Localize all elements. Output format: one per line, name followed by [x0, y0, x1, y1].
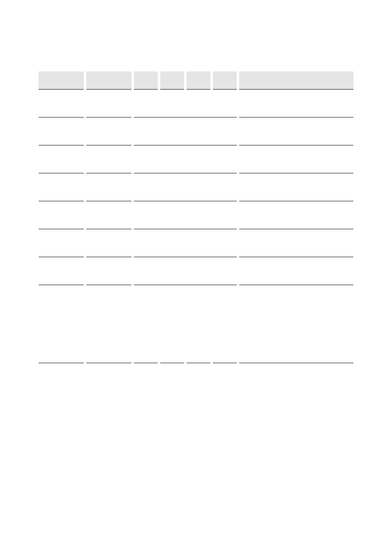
table-cell — [239, 285, 353, 363]
table-cell — [213, 363, 237, 439]
table-cell — [86, 145, 131, 173]
table-cell — [134, 173, 237, 201]
table-cell — [187, 285, 210, 363]
table-cell — [187, 363, 210, 439]
table-cell — [39, 145, 84, 173]
table-cell — [134, 90, 237, 117]
table-row — [39, 173, 353, 201]
table-header-cell — [187, 71, 210, 90]
page — [0, 0, 392, 555]
table-cell — [239, 117, 353, 145]
table-cell — [86, 90, 131, 117]
table-cell — [39, 201, 84, 229]
table-row — [39, 201, 353, 229]
table-cell — [134, 363, 158, 439]
table-cell — [39, 229, 84, 257]
table-header-row — [39, 71, 353, 90]
table-cell — [239, 201, 353, 229]
table-header-cell — [86, 71, 131, 90]
table-cell — [86, 201, 131, 229]
table-row — [39, 90, 353, 117]
table-cell — [134, 145, 237, 173]
table-header-cell — [213, 71, 237, 90]
table-cell — [86, 173, 131, 201]
table-row — [39, 229, 353, 257]
table-cell — [86, 257, 131, 285]
table-cell — [134, 201, 237, 229]
table-header-cell — [134, 71, 158, 90]
table-cell — [86, 229, 131, 257]
table-row — [39, 145, 353, 173]
table-cell — [239, 257, 353, 285]
table-cell — [239, 173, 353, 201]
table-row — [39, 285, 353, 363]
table-cell — [239, 229, 353, 257]
table-row — [39, 363, 353, 439]
table-cell — [134, 285, 158, 363]
table-header-cell — [39, 71, 84, 90]
table-cell — [39, 117, 84, 145]
table-cell — [134, 229, 237, 257]
table-cell — [160, 285, 184, 363]
table-cell — [39, 90, 84, 117]
table-cell — [39, 257, 84, 285]
table-cell — [213, 285, 237, 363]
table-cell — [86, 363, 131, 439]
table-cell — [239, 90, 353, 117]
table-cell — [39, 173, 84, 201]
table-header-cell — [160, 71, 184, 90]
table-cell — [86, 285, 131, 363]
table-cell — [86, 117, 131, 145]
table-cell — [239, 363, 353, 439]
data-table — [36, 71, 356, 439]
table-cell — [239, 145, 353, 173]
table-cell — [134, 257, 237, 285]
table-cell — [39, 363, 84, 439]
table-cell — [160, 363, 184, 439]
table-cell — [134, 117, 237, 145]
table-row — [39, 257, 353, 285]
table-cell — [39, 285, 84, 363]
table-row — [39, 117, 353, 145]
table-body — [39, 90, 353, 439]
table-header-cell — [239, 71, 353, 90]
